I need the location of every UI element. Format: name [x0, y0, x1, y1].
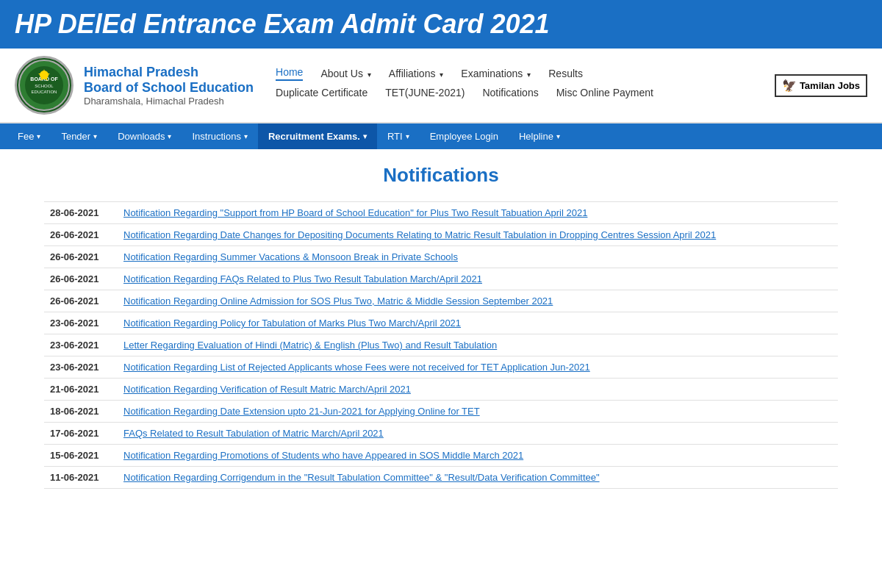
nav-home[interactable]: Home: [276, 66, 303, 81]
svg-text:EDUCATION: EDUCATION: [32, 90, 57, 94]
site-header: BOARD OF SCHOOL EDUCATION Himachal Prade…: [0, 49, 882, 123]
notification-date: 26-06-2021: [44, 268, 118, 290]
notification-row: 28-06-2021Notification Regarding "Suppor…: [44, 202, 838, 224]
nav-about[interactable]: About Us ▾: [320, 68, 370, 79]
notification-desc[interactable]: Notification Regarding "Support from HP …: [118, 202, 838, 224]
main-content: Notifications 28-06-2021Notification Reg…: [0, 149, 882, 503]
notification-desc[interactable]: FAQs Related to Result Tabulation of Mat…: [118, 423, 838, 445]
org-info: Himachal Pradesh Board of School Educati…: [84, 65, 254, 107]
bird-icon: 🦅: [782, 79, 797, 93]
nav-row-1: Home About Us ▾ Affiliations ▾ Examinati…: [276, 66, 775, 81]
notification-row: 23-06-2021Notification Regarding Policy …: [44, 312, 838, 334]
notification-date: 11-06-2021: [44, 467, 118, 489]
notification-row: 26-06-2021Notification Regarding FAQs Re…: [44, 268, 838, 290]
notification-desc[interactable]: Notification Regarding Policy for Tabula…: [118, 312, 838, 334]
sec-nav-instructions[interactable]: Instructions ▾: [182, 123, 257, 149]
nav-notifications[interactable]: Notifications: [482, 87, 538, 98]
header-nav: Home About Us ▾ Affiliations ▾ Examinati…: [276, 66, 775, 104]
notification-date: 26-06-2021: [44, 290, 118, 312]
notification-row: 26-06-2021Notification Regarding Summer …: [44, 246, 838, 268]
notification-desc[interactable]: Notification Regarding FAQs Related to P…: [118, 268, 838, 290]
notification-row: 26-06-2021Notification Regarding Online …: [44, 290, 838, 312]
nav-affiliations[interactable]: Affiliations ▾: [389, 68, 443, 79]
notification-row: 15-06-2021Notification Regarding Promoti…: [44, 445, 838, 467]
notification-date: 23-06-2021: [44, 312, 118, 334]
sec-nav-recruitment[interactable]: Recruitment Exams. ▾: [258, 123, 377, 149]
notification-desc[interactable]: Letter Regarding Evaluation of Hindi (Ma…: [118, 334, 838, 356]
tamilan-label: Tamilan Jobs: [800, 80, 860, 91]
notification-date: 17-06-2021: [44, 423, 118, 445]
notification-desc[interactable]: Notification Regarding List of Rejected …: [118, 356, 838, 379]
notification-date: 21-06-2021: [44, 379, 118, 401]
notifications-table: 28-06-2021Notification Regarding "Suppor…: [44, 201, 838, 489]
notification-desc[interactable]: Notification Regarding Date Changes for …: [118, 224, 838, 246]
page-title: HP DElEd Entrance Exam Admit Card 2021: [15, 9, 867, 40]
nav-examinations[interactable]: Examinations ▾: [461, 68, 531, 79]
sec-nav-downloads[interactable]: Downloads ▾: [107, 123, 182, 149]
notification-row: 23-06-2021Notification Regarding List of…: [44, 356, 838, 379]
notification-row: 18-06-2021Notification Regarding Date Ex…: [44, 401, 838, 423]
notification-desc[interactable]: Notification Regarding Online Admission …: [118, 290, 838, 312]
sec-nav-rti[interactable]: RTI ▾: [377, 123, 420, 149]
nav-misc-payment[interactable]: Misc Online Payment: [556, 87, 653, 98]
sec-nav-helpline[interactable]: Helpline ▾: [509, 123, 570, 149]
notification-date: 23-06-2021: [44, 356, 118, 379]
notifications-heading: Notifications: [44, 164, 838, 187]
notification-row: 21-06-2021Notification Regarding Verific…: [44, 379, 838, 401]
sec-nav-employee-login[interactable]: Employee Login: [420, 123, 509, 149]
notification-row: 17-06-2021FAQs Related to Result Tabulat…: [44, 423, 838, 445]
nav-row-2: Duplicate Certificate TET(JUNE-2021) Not…: [276, 87, 775, 98]
notification-desc[interactable]: Notification Regarding Date Extension up…: [118, 401, 838, 423]
notification-date: 26-06-2021: [44, 224, 118, 246]
secondary-nav: Fee ▾ Tender ▾ Downloads ▾ Instructions …: [0, 123, 882, 149]
notification-desc[interactable]: Notification Regarding Verification of R…: [118, 379, 838, 401]
notification-date: 28-06-2021: [44, 202, 118, 224]
notification-row: 11-06-2021Notification Regarding Corrige…: [44, 467, 838, 489]
nav-results[interactable]: Results: [548, 68, 583, 79]
tamilan-badge: 🦅 Tamilan Jobs: [775, 74, 867, 97]
notification-row: 26-06-2021Notification Regarding Date Ch…: [44, 224, 838, 246]
org-line2: Board of School Education: [84, 80, 254, 96]
title-banner: HP DElEd Entrance Exam Admit Card 2021: [0, 0, 882, 49]
notification-row: 23-06-2021Letter Regarding Evaluation of…: [44, 334, 838, 356]
notification-date: 23-06-2021: [44, 334, 118, 356]
notification-date: 15-06-2021: [44, 445, 118, 467]
nav-duplicate-cert[interactable]: Duplicate Certificate: [276, 87, 368, 98]
notification-date: 26-06-2021: [44, 246, 118, 268]
nav-tet[interactable]: TET(JUNE-2021): [385, 87, 465, 98]
notification-desc[interactable]: Notification Regarding Corrigendum in th…: [118, 467, 838, 489]
org-logo: BOARD OF SCHOOL EDUCATION: [15, 56, 74, 115]
sec-nav-tender[interactable]: Tender ▾: [51, 123, 107, 149]
sec-nav-fee[interactable]: Fee ▾: [7, 123, 51, 149]
org-line3: Dharamshala, Himachal Pradesh: [84, 96, 254, 107]
notification-desc[interactable]: Notification Regarding Promotions of Stu…: [118, 445, 838, 467]
notification-date: 18-06-2021: [44, 401, 118, 423]
svg-text:SCHOOL: SCHOOL: [35, 84, 54, 88]
org-line1: Himachal Pradesh: [84, 65, 254, 80]
header-left: BOARD OF SCHOOL EDUCATION Himachal Prade…: [15, 56, 254, 115]
notification-desc[interactable]: Notification Regarding Summer Vacations …: [118, 246, 838, 268]
